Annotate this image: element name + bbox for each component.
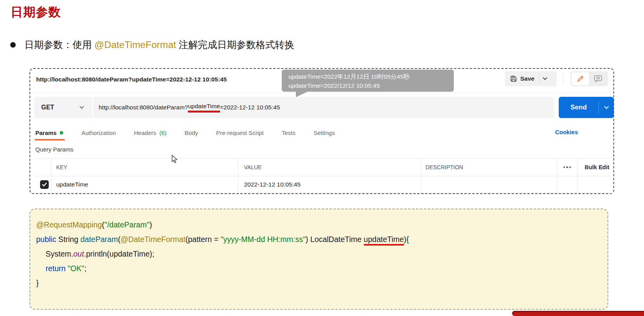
tab-count: (6)	[159, 129, 166, 136]
divider	[539, 74, 539, 83]
tab-pre-request-script[interactable]: Pre-request Script	[216, 129, 264, 136]
edit-comment-toolbar	[571, 71, 608, 86]
more-options-button[interactable]	[557, 159, 578, 176]
url-underlined-param: updateTime	[188, 103, 220, 113]
cookies-link[interactable]: Cookies	[555, 129, 578, 135]
header-checkbox-cell	[35, 159, 51, 176]
query-params-table: KEY VALUE DESCRIPTION Bulk Edit updateTi…	[35, 158, 612, 193]
row-checkbox-cell	[35, 176, 51, 193]
pencil-icon	[576, 75, 584, 83]
row-more-cell	[557, 176, 578, 193]
divider	[30, 92, 613, 92]
tab-label: Body	[185, 129, 198, 136]
tab-settings[interactable]: Settings	[314, 129, 335, 136]
tooltip-line-2: updateTime=2022/12/12 10:05:45	[288, 81, 454, 90]
page-title: 日期参数	[11, 4, 61, 20]
bullet-icon	[10, 42, 16, 48]
decorative-red-bar	[512, 311, 644, 316]
save-button[interactable]: Save	[505, 71, 557, 86]
send-button-label: Send	[559, 97, 598, 118]
active-dot-icon	[60, 131, 63, 135]
code-line: System.out.println(updateTime);	[36, 247, 607, 261]
tab-label: Headers	[134, 129, 156, 136]
save-button-label: Save	[520, 75, 534, 82]
comment-button[interactable]	[590, 72, 607, 85]
param-description-cell[interactable]	[422, 176, 557, 193]
request-url-bar: GET http://localhost:8080/dateParam?upda…	[34, 97, 554, 118]
code-line: }	[36, 276, 607, 290]
tab-params[interactable]: Params	[35, 129, 63, 136]
request-tabs: ParamsAuthorizationHeaders(6)BodyPre-req…	[35, 127, 335, 139]
postman-panel: http://localhost:8080/dateParam?updateTi…	[29, 68, 614, 194]
row-checkbox[interactable]	[40, 180, 49, 189]
tab-label: Tests	[282, 129, 295, 136]
send-button[interactable]: Send	[559, 97, 614, 118]
tooltip-line-1: updateTime=2022年12月12日 10时05分45秒	[288, 72, 454, 81]
tab-body[interactable]: Body	[185, 129, 198, 136]
column-header-description: DESCRIPTION	[422, 159, 557, 176]
comment-icon	[594, 75, 602, 83]
table-row: updateTime 2022-12-12 10:05:45	[35, 176, 612, 193]
bullet-text: 日期参数：使用 @DateTimeFormat 注解完成日期参数格式转换	[24, 38, 294, 51]
edit-button[interactable]	[572, 72, 589, 85]
annotation-highlight: @DateTimeFormat	[94, 39, 176, 50]
method-select[interactable]: GET	[34, 97, 93, 118]
send-options-button[interactable]	[599, 97, 614, 118]
tab-label: Params	[35, 129, 57, 136]
chevron-down-icon	[79, 106, 84, 109]
query-params-label: Query Params	[35, 146, 73, 153]
mouse-cursor-icon	[172, 155, 180, 164]
url-input[interactable]: http://localhost:8080/dateParam?updateTi…	[93, 97, 554, 118]
tab-label: Pre-request Script	[216, 129, 264, 136]
row-bulk-cell	[578, 176, 612, 193]
table-header-row: KEY VALUE DESCRIPTION Bulk Edit	[35, 158, 612, 176]
more-options-icon	[563, 166, 571, 168]
code-line: @RequestMapping("/dateParam")	[36, 218, 607, 232]
tab-authorization[interactable]: Authorization	[81, 129, 116, 136]
datetime-tooltip: updateTime=2022年12月12日 10时05分45秒 updateT…	[282, 70, 454, 92]
code-line: public String dateParam(@DateTimeFormat(…	[36, 232, 607, 247]
bullet-line: 日期参数：使用 @DateTimeFormat 注解完成日期参数格式转换	[10, 38, 294, 51]
slide: 日期参数 日期参数：使用 @DateTimeFormat 注解完成日期参数格式转…	[0, 0, 644, 316]
code-line: return "OK";	[36, 261, 607, 276]
divider	[563, 72, 563, 85]
chevron-down-icon[interactable]	[543, 77, 547, 80]
param-key-cell[interactable]: updateTime	[51, 176, 239, 193]
code-block: @RequestMapping("/dateParam")public Stri…	[29, 209, 608, 310]
column-header-key: KEY	[51, 159, 239, 176]
save-icon	[510, 75, 517, 82]
tab-tests[interactable]: Tests	[282, 129, 295, 136]
param-value-cell[interactable]: 2022-12-12 10:05:45	[239, 176, 422, 193]
method-label: GET	[41, 104, 54, 111]
tab-headers[interactable]: Headers(6)	[134, 129, 167, 136]
chevron-down-icon	[604, 106, 609, 109]
tab-label: Authorization	[81, 129, 116, 136]
bulk-edit-button[interactable]: Bulk Edit	[578, 159, 612, 176]
check-icon	[42, 182, 47, 187]
column-header-value: VALUE	[239, 159, 422, 176]
request-tab-title: http://localhost:8080/dateParam?updateTi…	[36, 76, 227, 83]
tab-label: Settings	[314, 129, 335, 136]
